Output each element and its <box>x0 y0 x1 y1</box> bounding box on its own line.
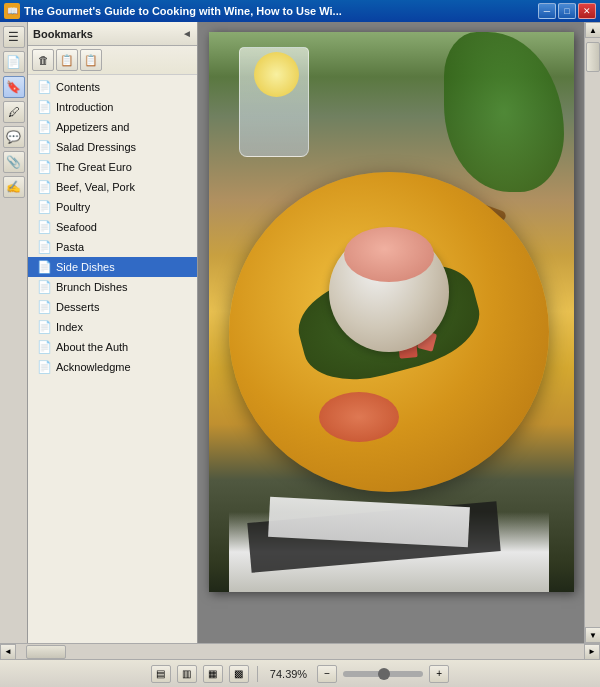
lemon-slice <box>254 52 299 97</box>
title-bar-left: 📖 The Gourmet's Guide to Cooking with Wi… <box>4 3 342 19</box>
main-window: ☰ 📄 🔖 🖊 💬 📎 ✍ Bookmarks ◄ 🗑 📋 📋 📄 <box>0 22 600 687</box>
bookmark-label: Index <box>56 321 83 333</box>
bookmark-label: Pasta <box>56 241 84 253</box>
bookmark-icon: 📄 <box>36 99 52 115</box>
title-bar: 📖 The Gourmet's Guide to Cooking with Wi… <box>0 0 600 22</box>
bookmark-icon: 📄 <box>36 259 52 275</box>
scroll-up-button[interactable]: ▲ <box>585 22 600 38</box>
nav-icon-pen[interactable]: 🖊 <box>3 101 25 123</box>
bookmark-introduction[interactable]: 📄 Introduction <box>28 97 197 117</box>
nav-icon-attach[interactable]: 📎 <box>3 151 25 173</box>
scroll-left-button[interactable]: ◄ <box>0 644 16 660</box>
zoom-slider-thumb[interactable] <box>378 668 390 680</box>
bookmark-acknowledgme[interactable]: 📄 Acknowledgme <box>28 357 197 377</box>
vertical-scrollbar[interactable]: ▲ ▼ <box>584 22 600 643</box>
title-bar-buttons: ─ □ ✕ <box>538 3 596 19</box>
bookmark-index[interactable]: 📄 Index <box>28 317 197 337</box>
paste-bookmark-button[interactable]: 📋 <box>80 49 102 71</box>
h-scroll-track[interactable] <box>16 644 584 659</box>
sidebar-title: Bookmarks <box>33 28 93 40</box>
bookmark-about[interactable]: 📄 About the Auth <box>28 337 197 357</box>
bookmark-seafood[interactable]: 📄 Seafood <box>28 217 197 237</box>
bookmark-label: Acknowledgme <box>56 361 131 373</box>
bookmark-euro[interactable]: 📄 The Great Euro <box>28 157 197 177</box>
bookmark-label: Introduction <box>56 101 113 113</box>
zoom-out-button[interactable]: − <box>317 665 337 683</box>
bookmark-poultry[interactable]: 📄 Poultry <box>28 197 197 217</box>
view-grid-button[interactable]: ▩ <box>229 665 249 683</box>
h-scroll-thumb[interactable] <box>26 645 66 659</box>
status-bar: ▤ ▥ ▦ ▩ 74.39% − + <box>0 659 600 687</box>
bookmark-label: Poultry <box>56 201 90 213</box>
bookmark-icon: 📄 <box>36 139 52 155</box>
zoom-in-button[interactable]: + <box>429 665 449 683</box>
bookmark-icon: 📄 <box>36 279 52 295</box>
bookmark-icon: 📄 <box>36 119 52 135</box>
bookmark-brunch[interactable]: 📄 Brunch Dishes <box>28 277 197 297</box>
bookmark-label: Contents <box>56 81 100 93</box>
horizontal-scrollbar[interactable]: ◄ ► <box>0 643 600 659</box>
close-button[interactable]: ✕ <box>578 3 596 19</box>
bookmark-beef[interactable]: 📄 Beef, Veal, Pork <box>28 177 197 197</box>
scroll-track[interactable] <box>585 38 600 627</box>
bookmark-icon: 📄 <box>36 359 52 375</box>
app-icon: 📖 <box>4 3 20 19</box>
scroll-down-button[interactable]: ▼ <box>585 627 600 643</box>
view-scroll-button[interactable]: ▦ <box>203 665 223 683</box>
nav-icon-comment[interactable]: 💬 <box>3 126 25 148</box>
food-image <box>209 32 574 592</box>
bookmark-side-dishes[interactable]: 📄 Side Dishes <box>28 257 197 277</box>
sidebar-collapse-button[interactable]: ◄ <box>182 28 192 39</box>
restore-button[interactable]: □ <box>558 3 576 19</box>
document-page <box>209 32 574 592</box>
bookmark-contents[interactable]: 📄 Contents <box>28 77 197 97</box>
nav-icon-menu[interactable]: ☰ <box>3 26 25 48</box>
copy-bookmark-button[interactable]: 📋 <box>56 49 78 71</box>
bookmarks-tree: 📄 Contents 📄 Introduction 📄 Appetizers a… <box>28 75 197 643</box>
bookmark-label: Appetizers and <box>56 121 129 133</box>
scroll-right-button[interactable]: ► <box>584 644 600 660</box>
content-area: ☰ 📄 🔖 🖊 💬 📎 ✍ Bookmarks ◄ 🗑 📋 📋 📄 <box>0 22 600 643</box>
bookmark-salad[interactable]: 📄 Salad Dressings <box>28 137 197 157</box>
food-topping <box>344 227 434 282</box>
bookmark-label: About the Auth <box>56 341 128 353</box>
separator <box>257 666 258 682</box>
bookmark-icon: 📄 <box>36 199 52 215</box>
scroll-thumb[interactable] <box>586 42 600 72</box>
bookmark-pasta[interactable]: 📄 Pasta <box>28 237 197 257</box>
delete-bookmark-button[interactable]: 🗑 <box>32 49 54 71</box>
left-nav-panel: ☰ 📄 🔖 🖊 💬 📎 ✍ <box>0 22 28 643</box>
bookmark-icon: 📄 <box>36 339 52 355</box>
nav-icon-sign[interactable]: ✍ <box>3 176 25 198</box>
bookmark-icon: 📄 <box>36 299 52 315</box>
view-single-page-button[interactable]: ▤ <box>151 665 171 683</box>
bookmark-icon: 📄 <box>36 319 52 335</box>
bookmark-icon: 📄 <box>36 239 52 255</box>
nav-icon-bookmark[interactable]: 🔖 <box>3 76 25 98</box>
bookmarks-sidebar: Bookmarks ◄ 🗑 📋 📋 📄 Contents 📄 Introduct… <box>28 22 198 643</box>
bookmark-icon: 📄 <box>36 79 52 95</box>
zoom-level: 74.39% <box>270 668 307 680</box>
bookmark-icon: 📄 <box>36 219 52 235</box>
bookmark-icon: 📄 <box>36 179 52 195</box>
bookmark-label: The Great Euro <box>56 161 132 173</box>
nav-icon-page[interactable]: 📄 <box>3 51 25 73</box>
bookmark-label: Seafood <box>56 221 97 233</box>
minimize-button[interactable]: ─ <box>538 3 556 19</box>
sidebar-toolbar: 🗑 📋 📋 <box>28 46 197 75</box>
sidebar-header: Bookmarks ◄ <box>28 22 197 46</box>
food-sauce <box>319 392 399 442</box>
document-view <box>198 22 584 643</box>
window-title: The Gourmet's Guide to Cooking with Wine… <box>24 5 342 17</box>
bookmark-label: Salad Dressings <box>56 141 136 153</box>
bookmark-appetizers[interactable]: 📄 Appetizers and <box>28 117 197 137</box>
bookmark-label: Desserts <box>56 301 99 313</box>
bookmark-label: Side Dishes <box>56 261 115 273</box>
bookmark-desserts[interactable]: 📄 Desserts <box>28 297 197 317</box>
zoom-slider[interactable] <box>343 671 423 677</box>
view-double-page-button[interactable]: ▥ <box>177 665 197 683</box>
bookmark-label: Brunch Dishes <box>56 281 128 293</box>
bookmark-icon: 📄 <box>36 159 52 175</box>
bookmark-label: Beef, Veal, Pork <box>56 181 135 193</box>
